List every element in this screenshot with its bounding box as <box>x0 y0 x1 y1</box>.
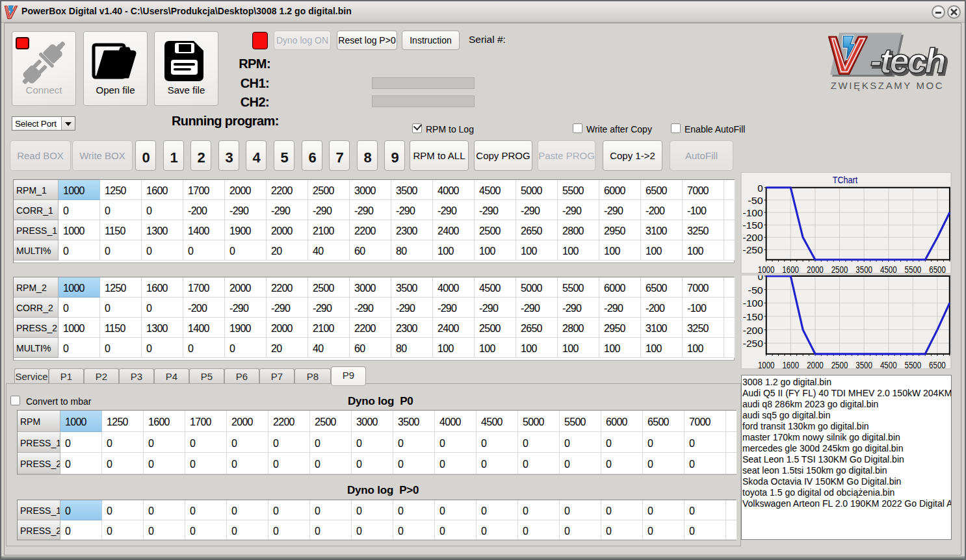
svg-text:-100: -100 <box>743 298 763 309</box>
svg-text:-150: -150 <box>743 220 763 231</box>
svg-text:-200: -200 <box>743 232 763 243</box>
svg-text:1000: 1000 <box>758 264 775 274</box>
svg-text:6500: 6500 <box>929 264 946 274</box>
svg-text:4500: 4500 <box>880 359 897 369</box>
svg-text:1600: 1600 <box>782 264 799 274</box>
svg-text:2500: 2500 <box>831 264 848 274</box>
svg-text:2000: 2000 <box>807 264 824 274</box>
svg-text:-tech: -tech <box>870 41 945 80</box>
svg-text:TChart: TChart <box>833 175 858 185</box>
svg-text:-150: -150 <box>743 311 763 322</box>
svg-text:-100: -100 <box>743 207 763 218</box>
svg-text:ZWIĘKSZAMY MOC: ZWIĘKSZAMY MOC <box>831 80 944 91</box>
svg-text:2500: 2500 <box>831 359 848 369</box>
svg-text:1600: 1600 <box>782 359 799 369</box>
svg-text:3500: 3500 <box>855 359 872 369</box>
svg-text:2000: 2000 <box>807 359 824 369</box>
svg-text:4500: 4500 <box>880 264 897 274</box>
svg-text:1000: 1000 <box>758 359 775 369</box>
svg-text:-50: -50 <box>748 195 763 206</box>
svg-text:5500: 5500 <box>905 264 922 274</box>
svg-text:3500: 3500 <box>855 264 872 274</box>
svg-text:-200: -200 <box>743 325 763 336</box>
svg-text:0: 0 <box>757 275 763 282</box>
svg-text:6500: 6500 <box>929 359 946 369</box>
svg-text:5500: 5500 <box>905 359 922 369</box>
svg-text:-50: -50 <box>748 285 763 296</box>
svg-text:-250: -250 <box>743 244 763 255</box>
svg-text:-250: -250 <box>743 338 763 349</box>
svg-text:0: 0 <box>757 183 763 194</box>
